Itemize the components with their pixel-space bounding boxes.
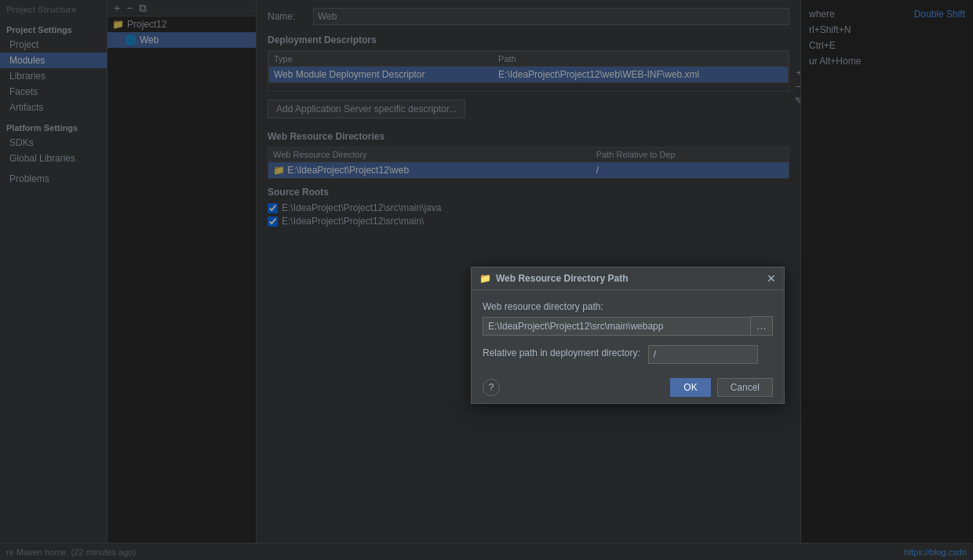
dialog-close-button[interactable]: ✕	[767, 272, 776, 285]
dialog-title: 📁 Web Resource Directory Path	[479, 273, 629, 284]
dialog-cancel-button[interactable]: Cancel	[717, 378, 773, 397]
web-resource-dir-row: …	[483, 316, 773, 336]
dialog-titlebar: 📁 Web Resource Directory Path ✕	[472, 267, 784, 290]
dialog-help-button[interactable]: ?	[483, 379, 500, 396]
relative-path-input[interactable]	[648, 345, 758, 364]
dialog-title-icon: 📁	[479, 273, 491, 284]
dialog-ok-button[interactable]: OK	[670, 378, 710, 397]
web-resource-browse-button[interactable]: …	[751, 316, 773, 336]
dialog-footer: ? OK Cancel	[472, 372, 784, 403]
dialog-overlay: 📁 Web Resource Directory Path ✕ Web reso…	[0, 0, 973, 560]
web-resource-dialog: 📁 Web Resource Directory Path ✕ Web reso…	[471, 267, 785, 404]
dialog-body: Web resource directory path: … Relative …	[472, 290, 784, 372]
web-resource-dir-input[interactable]	[483, 317, 751, 336]
dialog-buttons: OK Cancel	[670, 378, 773, 397]
relative-path-label: Relative path in deployment directory:	[483, 347, 640, 358]
web-resource-dir-label: Web resource directory path:	[483, 301, 773, 312]
relative-path-row: Relative path in deployment directory:	[483, 345, 773, 364]
